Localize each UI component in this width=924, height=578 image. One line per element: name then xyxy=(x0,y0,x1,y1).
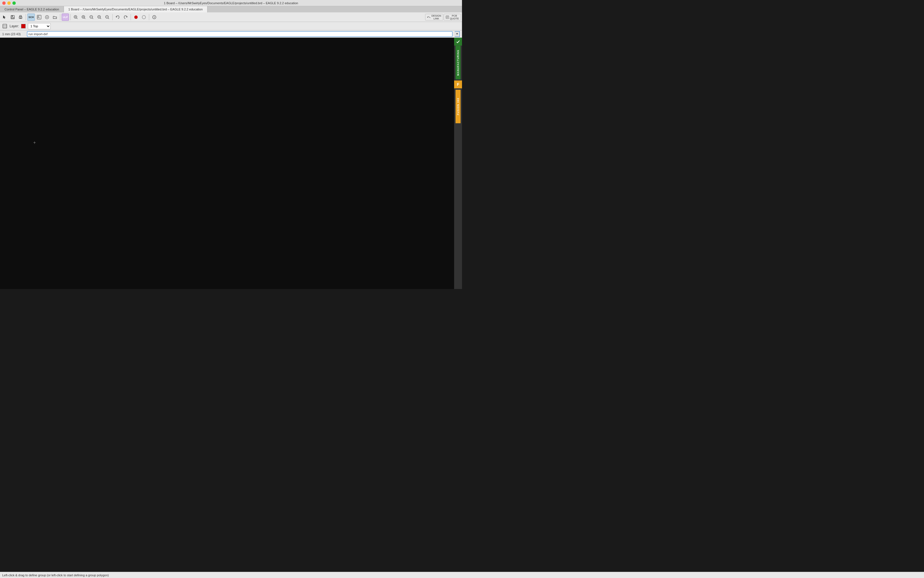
svg-point-29 xyxy=(134,15,138,19)
svg-rect-38 xyxy=(3,24,7,28)
zoom-in-button[interactable] xyxy=(96,13,103,21)
toolbar-separator-6 xyxy=(149,14,149,20)
pcb-quote-label: PCB QUOTE xyxy=(450,15,459,20)
zoom-out-rect-icon xyxy=(89,15,94,19)
canvas-area[interactable]: + xyxy=(0,38,454,289)
pcb-quote-button[interactable]: PCB QUOTE xyxy=(444,14,461,21)
help-button[interactable]: ? xyxy=(151,13,158,21)
toolbar-separator-1 xyxy=(26,14,26,20)
cursor-crosshair: + xyxy=(33,140,36,145)
svg-rect-1 xyxy=(11,15,13,16)
svg-line-20 xyxy=(92,18,93,19)
close-button[interactable] xyxy=(2,2,6,5)
open-button[interactable] xyxy=(51,13,59,21)
select-tool-button[interactable] xyxy=(1,13,8,21)
manufacturing-tab[interactable]: MANUFACTURING xyxy=(455,45,460,80)
svg-point-30 xyxy=(142,15,146,19)
help-icon: ? xyxy=(152,15,156,19)
design-link-button[interactable]: DESIGN LINK xyxy=(425,14,443,21)
layer-dropdown[interactable]: 1 Top 2 Route2 3 Route3 16 Bottom 17 Pad… xyxy=(28,23,51,29)
svg-line-23 xyxy=(100,18,101,19)
manufacturing-icon xyxy=(454,38,462,45)
save-button[interactable] xyxy=(9,13,16,21)
manufacturing-panel: MANUFACTURING xyxy=(454,38,462,80)
layer-color-indicator xyxy=(21,24,26,28)
zoom-in-icon xyxy=(97,15,102,19)
zoom-out-icon xyxy=(105,15,109,19)
window-controls xyxy=(2,2,16,5)
schematic-button[interactable]: SCH xyxy=(27,13,35,21)
layer-bar: Layer: 1 Top 2 Route2 3 Route3 16 Bottom… xyxy=(0,22,462,31)
tab-control-panel[interactable]: Control Panel – EAGLE 9.2.2 education xyxy=(0,6,64,12)
toolbar-separator-3 xyxy=(70,14,71,20)
command-input[interactable] xyxy=(27,31,452,37)
tab-board[interactable]: 1 Board – /Users/MrSwirlyEyes/Documents/… xyxy=(64,6,208,12)
main-content: + MANUFACTURING F FUSION 360 xyxy=(0,38,462,289)
window-title: 1 Board – /Users/MrSwirlyEyes/Documents/… xyxy=(164,2,298,5)
coordinate-display: 1 mm (23 43) xyxy=(2,32,25,36)
undo-button[interactable] xyxy=(114,13,121,21)
zoom-out-button[interactable] xyxy=(104,13,111,21)
svg-rect-5 xyxy=(20,18,21,18)
info-circle-button[interactable] xyxy=(140,13,148,21)
svg-rect-2 xyxy=(11,17,14,19)
pcb-quote-icon xyxy=(446,15,449,19)
cam-icon xyxy=(45,15,49,19)
ulp-button[interactable]: ULP xyxy=(62,13,69,21)
zoom-in-rect-button[interactable] xyxy=(80,13,87,21)
fusion360-icon: F xyxy=(454,81,462,88)
save-icon xyxy=(10,15,15,19)
toolbar: SCH ULP xyxy=(0,12,462,22)
info-bar: 1 mm (23 43) ▼ xyxy=(0,31,462,38)
svg-rect-6 xyxy=(37,15,41,19)
svg-point-10 xyxy=(46,16,47,18)
svg-line-16 xyxy=(85,18,85,19)
svg-line-27 xyxy=(108,18,109,19)
maximize-button[interactable] xyxy=(12,2,16,5)
design-link-icon xyxy=(427,15,431,19)
layer-label: Layer: xyxy=(10,24,19,28)
undo-icon xyxy=(116,15,120,19)
fusion360-tab[interactable]: FUSION 360 xyxy=(455,89,460,123)
minimize-button[interactable] xyxy=(7,2,11,5)
zoom-fit-icon xyxy=(73,15,78,19)
side-panel: MANUFACTURING F FUSION 360 xyxy=(454,38,462,289)
arrow-icon xyxy=(3,15,7,19)
zoom-out-rect-button[interactable] xyxy=(88,13,95,21)
title-bar: 1 Board – /Users/MrSwirlyEyes/Documents/… xyxy=(0,0,462,6)
print-icon xyxy=(18,15,23,19)
layers-icon xyxy=(2,24,7,29)
command-dropdown-button[interactable]: ▼ xyxy=(455,31,460,37)
toolbar-separator-2 xyxy=(60,14,60,20)
redo-button[interactable] xyxy=(122,13,129,21)
info-circle-icon xyxy=(142,15,146,19)
svg-line-12 xyxy=(76,18,77,19)
fusion360-panel: F FUSION 360 xyxy=(454,81,462,123)
drc-icon xyxy=(37,15,41,19)
print-button[interactable] xyxy=(17,13,24,21)
svg-text:?: ? xyxy=(153,16,155,19)
svg-point-33 xyxy=(427,16,428,18)
open-icon xyxy=(53,15,57,19)
drc-button[interactable] xyxy=(36,13,43,21)
tab-bar: Control Panel – EAGLE 9.2.2 education 1 … xyxy=(0,6,462,12)
dropdown-arrow-icon: ▼ xyxy=(456,32,458,35)
svg-rect-4 xyxy=(20,15,21,17)
cam-button[interactable] xyxy=(43,13,51,21)
stop-icon xyxy=(134,15,138,19)
zoom-fit-button[interactable] xyxy=(72,13,80,21)
stop-button[interactable] xyxy=(132,13,140,21)
redo-icon xyxy=(123,15,128,19)
design-link-label: DESIGN LINK xyxy=(431,15,441,20)
zoom-in-rect-icon xyxy=(81,15,86,19)
